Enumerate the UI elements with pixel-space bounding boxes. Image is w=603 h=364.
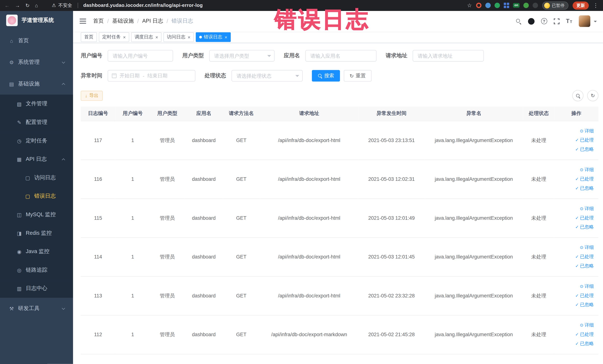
browser-back-icon[interactable] xyxy=(5,3,10,8)
action-ignored-link[interactable]: ✓已忽略 xyxy=(575,224,594,230)
action-ignored-link[interactable]: ✓已忽略 xyxy=(575,263,594,269)
user-id-input[interactable] xyxy=(108,50,173,61)
sidebar-toggle-button[interactable] xyxy=(78,17,87,25)
search-button[interactable]: 搜索 xyxy=(312,70,340,82)
sidebar-item-java-monitor[interactable]: ◉Java 监控 xyxy=(0,242,73,261)
sidebar-item-api-log[interactable]: ▦API 日志 xyxy=(0,150,73,169)
close-icon[interactable]: × xyxy=(123,35,126,39)
sidebar-item-mysql-monitor[interactable]: ◫MySQL 监控 xyxy=(0,205,73,224)
browser-forward-icon[interactable] xyxy=(15,3,20,8)
extension-icon-green-circle[interactable] xyxy=(495,3,500,8)
close-icon[interactable]: × xyxy=(225,35,227,39)
process-status-select[interactable] xyxy=(232,70,303,82)
refresh-button[interactable] xyxy=(587,90,598,101)
close-icon[interactable]: × xyxy=(155,35,158,39)
profile-paused-chip[interactable]: 已暂停 xyxy=(542,1,568,10)
address-bar[interactable]: dashboard.yudao.iocoder.cn/infra/log/api… xyxy=(83,3,203,8)
cell-log-id: 115 xyxy=(81,199,116,237)
action-processed-link[interactable]: ✓已处理 xyxy=(575,254,594,260)
sidebar-item-system-management[interactable]: ⚙系统管理 xyxy=(0,52,73,73)
action-detail-link[interactable]: ⊙详细 xyxy=(580,283,594,290)
warning-icon xyxy=(52,3,56,8)
breadcrumb-item[interactable]: 首页 xyxy=(93,18,104,24)
github-icon[interactable] xyxy=(528,18,534,24)
cell-user-id: 1 xyxy=(115,121,150,160)
update-button[interactable]: 更新 xyxy=(573,1,589,10)
action-processed-link[interactable]: ✓已处理 xyxy=(575,331,594,338)
extension-icon-green-leaf[interactable] xyxy=(523,3,529,8)
action-detail-link[interactable]: ⊙详细 xyxy=(580,166,594,173)
breadcrumb-item[interactable]: API 日志 xyxy=(142,18,163,24)
fullscreen-icon[interactable] xyxy=(554,18,559,24)
check-icon: ✓ xyxy=(575,341,579,346)
action-ignored-link[interactable]: ✓已忽略 xyxy=(575,302,594,308)
sidebar-item-config-management[interactable]: ✎配置管理 xyxy=(0,113,73,132)
sidebar-item-scheduled-tasks[interactable]: ◷定时任务 xyxy=(0,132,73,150)
export-button[interactable]: 导出 xyxy=(81,91,103,101)
action-ignored-link[interactable]: ✓已忽略 xyxy=(575,185,594,192)
extension-icon-orange-ring[interactable] xyxy=(476,3,481,8)
sidebar-item-log-center[interactable]: ▥日志中心 xyxy=(0,279,73,298)
column-header: 用户类型 xyxy=(150,107,185,121)
request-url-label: 请求地址 xyxy=(386,52,407,59)
app-name-input[interactable] xyxy=(305,50,376,61)
action-detail-link[interactable]: ⊙详细 xyxy=(580,205,594,212)
close-icon[interactable]: × xyxy=(188,35,190,39)
security-label: 不安全 xyxy=(58,2,72,9)
column-header: 处理状态 xyxy=(523,107,554,121)
filter-app-name: 应用名 xyxy=(284,50,376,61)
extension-icon-blue-drop[interactable] xyxy=(485,3,491,8)
reset-button[interactable]: 重置 xyxy=(344,70,371,82)
chevron-down-icon[interactable] xyxy=(594,21,597,24)
action-detail-link[interactable]: ⊙详细 xyxy=(580,322,594,329)
date-range-picker[interactable]: 开始日期 - 结束日期 xyxy=(108,70,195,82)
bookmark-star-icon[interactable] xyxy=(467,3,472,8)
help-icon[interactable] xyxy=(541,18,547,24)
tab-item[interactable]: 定时任务× xyxy=(99,32,129,42)
toggle-search-button[interactable] xyxy=(572,90,583,101)
user-type-select[interactable] xyxy=(209,50,275,61)
cell-exception-name: java.lang.IllegalArgumentException xyxy=(424,160,523,199)
sidebar-item-file-management[interactable]: ▧文件管理 xyxy=(0,94,73,113)
breadcrumb-item[interactable]: 基础设施 xyxy=(112,18,134,24)
action-processed-link[interactable]: ✓已处理 xyxy=(575,137,594,143)
table-row: 1121管理员dashboardGET/api/infra/db-doc/exp… xyxy=(81,315,598,354)
tab-item[interactable]: 错误日志× xyxy=(196,32,231,42)
extension-icon-on-badge[interactable]: on xyxy=(513,3,520,8)
request-url-input[interactable] xyxy=(413,50,484,61)
cell-method: GET xyxy=(223,199,259,237)
check-icon: ✓ xyxy=(575,264,579,268)
action-processed-link[interactable]: ✓已处理 xyxy=(575,215,594,221)
sidebar-item-label: 系统管理 xyxy=(18,59,40,66)
action-detail-link[interactable]: ⊙详细 xyxy=(580,128,594,134)
browser-menu-icon[interactable] xyxy=(593,3,598,8)
search-icon[interactable] xyxy=(515,18,521,24)
sidebar-item-redis-monitor[interactable]: ◨Redis 监控 xyxy=(0,224,73,242)
cell-error-time: 2021-05-03 12:02:31 xyxy=(359,160,424,199)
sidebar-item-dev-tools[interactable]: ⚒研发工具 xyxy=(0,298,73,319)
extension-icon-blue-grid[interactable] xyxy=(504,3,509,8)
action-processed-link[interactable]: ✓已处理 xyxy=(575,176,594,182)
browser-home-icon[interactable] xyxy=(35,3,38,8)
app-logo[interactable]: 芋道管理系统 xyxy=(0,11,73,30)
sidebar-item-error-log[interactable]: ▢错误日志 xyxy=(0,187,73,205)
font-size-icon[interactable] xyxy=(566,18,572,24)
browser-reload-icon[interactable] xyxy=(25,3,30,8)
sidebar-item-trace[interactable]: ◎链路追踪 xyxy=(0,261,73,280)
tab-item[interactable]: 首页 xyxy=(81,32,97,42)
action-processed-link[interactable]: ✓已处理 xyxy=(575,293,594,299)
site-security[interactable]: 不安全 xyxy=(52,2,72,9)
tab-item[interactable]: 调度日志× xyxy=(131,32,162,42)
sidebar-item-infrastructure[interactable]: ▤基础设施 xyxy=(0,73,73,94)
column-header: 操作 xyxy=(554,107,598,121)
action-detail-link[interactable]: ⊙详细 xyxy=(580,244,594,251)
extension-icon-dark-paw[interactable] xyxy=(533,3,538,8)
tab-item[interactable]: 访问日志× xyxy=(163,32,194,42)
sidebar-item-home[interactable]: ⌂首页 xyxy=(0,30,73,52)
sidebar-item-access-log[interactable]: ▢访问日志 xyxy=(0,169,73,187)
filter-user-type: 用户类型 xyxy=(182,50,275,61)
action-ignored-link[interactable]: ✓已忽略 xyxy=(575,341,594,347)
action-ignored-link[interactable]: ✓已忽略 xyxy=(575,146,594,153)
end-date-placeholder: 结束日期 xyxy=(147,72,167,79)
user-avatar[interactable] xyxy=(579,15,590,27)
